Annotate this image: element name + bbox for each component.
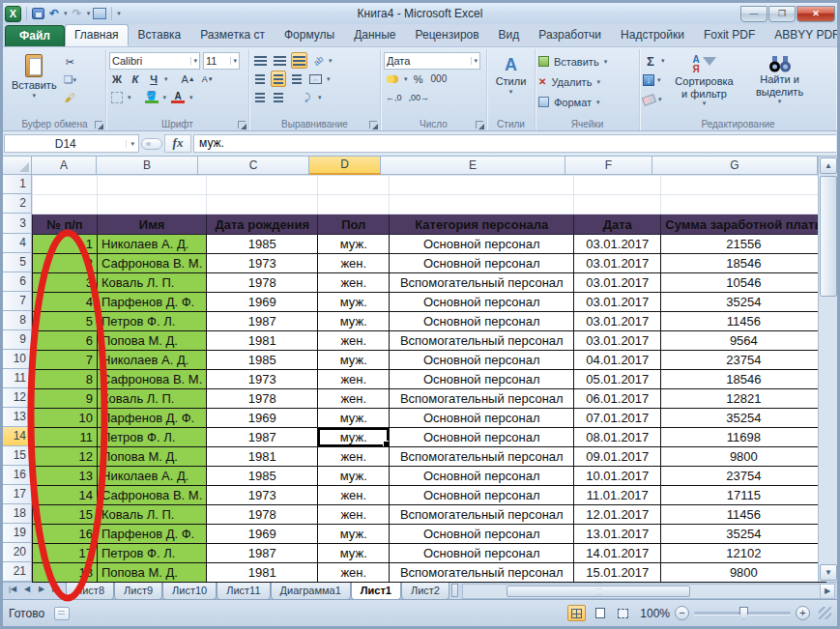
cell-G2[interactable]	[661, 195, 826, 214]
cell-D19[interactable]: муж.	[318, 525, 390, 544]
font-color-button[interactable]: А	[169, 89, 187, 105]
cell-E6[interactable]: Вспомогательный персонал	[390, 273, 574, 293]
shrink-font-button[interactable]: А▼	[200, 71, 216, 87]
cell-A15[interactable]: 12	[33, 447, 98, 467]
cell-F5[interactable]: 03.01.2017	[574, 254, 661, 273]
cell-F18[interactable]: 12.01.2017	[574, 505, 661, 525]
cell-C18[interactable]: 1978	[207, 505, 318, 525]
select-all-corner[interactable]	[3, 157, 32, 175]
cell-G9[interactable]: 9564	[661, 331, 826, 351]
font-size-combo[interactable]: 11▾	[203, 52, 240, 70]
cell-E1[interactable]	[390, 176, 574, 195]
cell-G19[interactable]: 35254	[661, 525, 826, 544]
row-header-19[interactable]: 19	[3, 524, 32, 543]
cell-G1[interactable]	[661, 176, 826, 195]
cell-D14[interactable]: муж.	[318, 428, 390, 447]
cell-A21[interactable]: 18	[33, 563, 98, 583]
cell-A13[interactable]: 10	[33, 409, 98, 428]
ribbon-tab-формулы[interactable]: Формулы	[275, 24, 344, 46]
scroll-down-icon[interactable]: ▼	[820, 564, 837, 581]
column-header-A[interactable]: A	[32, 157, 97, 175]
vertical-scrollbar[interactable]: ▲ ▼	[818, 157, 837, 582]
cell-D2[interactable]	[318, 195, 390, 214]
cell-A6[interactable]: 3	[33, 273, 98, 293]
cell-F12[interactable]: 06.01.2017	[574, 389, 661, 409]
cell-D13[interactable]: муж.	[318, 409, 390, 428]
cell-D7[interactable]: муж.	[318, 293, 390, 312]
row-header-16[interactable]: 16	[3, 466, 32, 485]
name-box[interactable]: D14▾	[4, 134, 139, 153]
cell-B18[interactable]: Коваль Л. П.	[98, 505, 207, 525]
cell-A4[interactable]: 1	[33, 235, 98, 254]
sheet-tab-лист8[interactable]: Лист8	[66, 583, 114, 600]
alignment-dialog-launcher-icon[interactable]	[369, 121, 377, 129]
cell-E10[interactable]: Основной персонал	[390, 351, 574, 370]
cell-A11[interactable]: 8	[33, 370, 98, 389]
find-select-button[interactable]: Найти и выделить▾	[744, 51, 816, 110]
cell-B10[interactable]: Николаев А. Д.	[98, 351, 207, 370]
cell-D17[interactable]: жен.	[318, 486, 390, 505]
cell-D9[interactable]: жен.	[318, 331, 390, 351]
formula-input[interactable]: муж.	[193, 134, 836, 153]
align-bottom-button[interactable]	[291, 52, 307, 69]
cell-A7[interactable]: 4	[33, 293, 98, 312]
cell-A16[interactable]: 13	[33, 467, 98, 486]
number-format-combo[interactable]: Дата▾	[384, 52, 480, 70]
cell-A8[interactable]: 5	[33, 312, 98, 331]
cell-E13[interactable]: Основной персонал	[390, 409, 574, 428]
cell-B17[interactable]: Сафронова В. М.	[98, 486, 207, 505]
align-left-button[interactable]	[252, 71, 268, 87]
row-header-10[interactable]: 10	[3, 350, 32, 369]
decrease-indent-button[interactable]	[252, 89, 268, 105]
format-painter-button[interactable]: 🖌	[62, 89, 78, 105]
cell-C12[interactable]: 1978	[207, 389, 318, 409]
zoom-in-button[interactable]: +	[796, 606, 810, 620]
delete-cells-button[interactable]: Удалить	[549, 73, 594, 90]
row-header-8[interactable]: 8	[3, 311, 32, 330]
cell-B2[interactable]	[98, 195, 207, 214]
ribbon-tab-вставка[interactable]: Вставка	[129, 24, 191, 46]
row-header-9[interactable]: 9	[3, 330, 32, 350]
tab-splitter[interactable]	[451, 584, 458, 597]
clear-icon[interactable]	[642, 94, 656, 106]
sheet-tab-лист9[interactable]: Лист9	[114, 583, 162, 600]
borders-button[interactable]	[109, 89, 125, 105]
fill-icon[interactable]: ↓	[643, 74, 654, 86]
cell-B16[interactable]: Николаев А. Д.	[98, 467, 207, 486]
cell-G8[interactable]: 11456	[661, 312, 826, 331]
cell-B14[interactable]: Петров Ф. Л.	[98, 428, 207, 447]
row-header-7[interactable]: 7	[3, 292, 32, 311]
cell-A10[interactable]: 7	[33, 351, 98, 370]
percent-style-button[interactable]: %	[411, 71, 426, 87]
cell-A3[interactable]: № п/п	[33, 214, 98, 235]
cell-E3[interactable]: Категория персонала	[390, 214, 574, 235]
row-header-1[interactable]: 1	[3, 175, 32, 194]
cell-G13[interactable]: 35254	[661, 409, 826, 428]
cell-D12[interactable]: жен.	[318, 389, 390, 409]
insert-function-button[interactable]: fx	[164, 134, 191, 153]
align-center-button[interactable]	[271, 71, 286, 87]
cell-C7[interactable]: 1969	[207, 293, 318, 312]
row-header-3[interactable]: 3	[3, 214, 32, 234]
cell-G4[interactable]: 21556	[661, 235, 826, 254]
cell-C20[interactable]: 1987	[207, 544, 318, 563]
cell-A14[interactable]: 11	[33, 428, 98, 447]
align-top-button[interactable]	[252, 52, 269, 69]
row-header-20[interactable]: 20	[3, 543, 32, 562]
cell-C17[interactable]: 1973	[207, 486, 318, 505]
cell-F14[interactable]: 08.01.2017	[574, 428, 661, 447]
cell-E14[interactable]: Основной персонал	[390, 428, 574, 447]
cell-D8[interactable]: муж.	[318, 312, 390, 331]
font-dialog-launcher-icon[interactable]	[238, 121, 246, 129]
cell-F19[interactable]: 13.01.2017	[574, 525, 661, 544]
sheet-tab-лист10[interactable]: Лист10	[162, 583, 217, 600]
cell-A5[interactable]: 2	[33, 254, 98, 273]
cell-E20[interactable]: Основной персонал	[390, 544, 574, 563]
cell-C4[interactable]: 1985	[207, 235, 318, 254]
horizontal-scroll-thumb[interactable]	[507, 586, 690, 597]
cell-F8[interactable]: 03.01.2017	[574, 312, 661, 331]
orientation-button[interactable]: ab	[306, 49, 329, 71]
ribbon-tab-разработчи[interactable]: Разработчи	[529, 24, 611, 46]
cell-F15[interactable]: 09.01.2017	[574, 447, 661, 467]
row-header-2[interactable]: 2	[3, 194, 32, 214]
